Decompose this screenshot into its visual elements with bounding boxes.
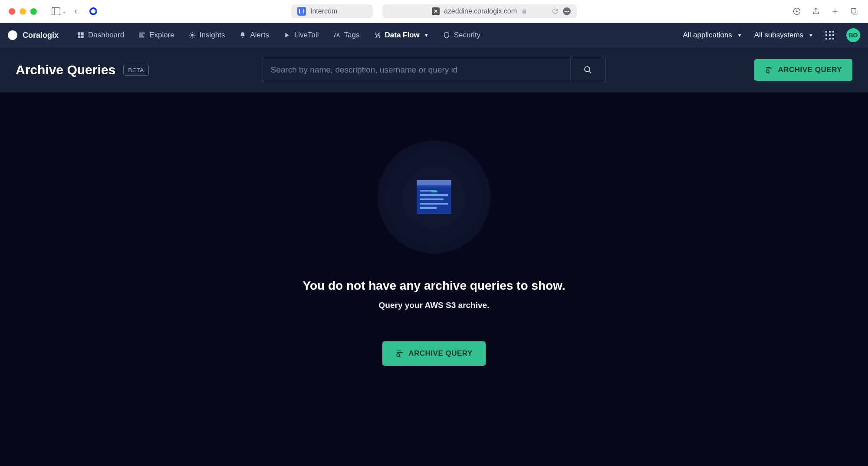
new-tab-icon[interactable]: [831, 7, 839, 16]
svg-rect-9: [139, 35, 143, 36]
dropdown-label: All applications: [683, 31, 732, 40]
window-controls: [9, 8, 37, 15]
browser-tab-intercom[interactable]: Intercom: [291, 4, 373, 18]
downloads-icon[interactable]: [792, 7, 801, 16]
nav-label: Tags: [344, 31, 360, 40]
address-bar[interactable]: ✕ azeddine.coralogix.com •••: [382, 4, 577, 18]
svg-rect-6: [78, 36, 80, 38]
svg-rect-0: [52, 8, 60, 15]
svg-rect-10: [139, 36, 144, 37]
caret-down-icon: ▼: [424, 33, 429, 38]
tags-icon: [333, 31, 341, 39]
nav-alerts[interactable]: Alerts: [239, 31, 269, 40]
shield-icon: [443, 31, 450, 39]
svg-line-19: [194, 33, 195, 34]
nav-security[interactable]: Security: [443, 31, 480, 40]
caret-down-icon: ▼: [737, 33, 742, 38]
chevron-down-icon: ⌄: [62, 8, 66, 14]
svg-rect-7: [81, 36, 84, 38]
url-text: azeddine.coralogix.com: [444, 7, 517, 15]
search-input[interactable]: [263, 58, 570, 82]
nav-label: Insights: [200, 31, 225, 40]
nav-dataflow[interactable]: Data Flow ▼: [374, 31, 429, 40]
empty-state-title: You do not have any archive queries to s…: [302, 279, 565, 293]
maximize-window-button[interactable]: [30, 8, 37, 15]
empty-state-cta-button[interactable]: ARCHIVE QUERY: [382, 341, 486, 366]
dropdown-label: All subsystems: [754, 31, 803, 40]
archive-icon: [395, 349, 404, 358]
back-button[interactable]: ‹: [74, 6, 77, 17]
svg-rect-4: [78, 32, 80, 35]
svg-rect-8: [139, 33, 145, 33]
minimize-window-button[interactable]: [20, 8, 26, 15]
nav-label: Security: [454, 31, 480, 40]
nav-label: Dashboard: [88, 31, 124, 40]
all-subsystems-dropdown[interactable]: All subsystems ▼: [754, 31, 813, 40]
bell-icon: [239, 31, 247, 39]
page-title: Archive Queries: [16, 63, 115, 77]
nav-dashboard[interactable]: Dashboard: [77, 31, 124, 40]
svg-rect-3: [851, 8, 856, 13]
nav-explore[interactable]: Explore: [138, 31, 174, 40]
svg-line-17: [194, 37, 195, 38]
brand-mark-icon: [8, 30, 17, 40]
caret-down-icon: ▼: [809, 33, 813, 38]
archive-icon: [765, 66, 773, 74]
svg-line-18: [190, 37, 191, 38]
svg-point-11: [191, 34, 194, 36]
sidebar-toggle-button[interactable]: ⌄: [52, 7, 66, 15]
document-icon: [417, 180, 451, 214]
nav-tags[interactable]: Tags: [333, 31, 360, 40]
svg-point-20: [766, 70, 769, 73]
main-content: You do not have any archive queries to s…: [0, 93, 868, 466]
tabs-overview-icon[interactable]: [850, 7, 858, 16]
button-label: ARCHIVE QUERY: [778, 66, 842, 74]
site-favicon: [89, 7, 97, 15]
page-actions-icon[interactable]: •••: [563, 7, 571, 15]
brand-logo[interactable]: Coralogix: [8, 30, 59, 40]
svg-rect-5: [81, 32, 84, 35]
insights-icon: [188, 31, 196, 39]
site-shield-icon: ✕: [432, 7, 440, 15]
nav-insights[interactable]: Insights: [188, 31, 225, 40]
empty-state-illustration: [378, 141, 490, 254]
share-icon[interactable]: [812, 7, 820, 16]
play-icon: [283, 31, 291, 39]
app-top-nav: Coralogix Dashboard Explore Insights Ale…: [0, 23, 868, 47]
archive-query-button[interactable]: ARCHIVE QUERY: [754, 59, 852, 81]
reload-icon[interactable]: [552, 8, 559, 15]
app-switcher-icon[interactable]: [825, 31, 834, 40]
dataflow-icon: [374, 31, 381, 39]
beta-badge: BETA: [123, 65, 149, 76]
all-applications-dropdown[interactable]: All applications ▼: [683, 31, 742, 40]
empty-state-subtitle: Query your AWS S3 archive.: [379, 301, 490, 310]
close-window-button[interactable]: [9, 8, 15, 15]
intercom-icon: [297, 7, 306, 16]
search-button[interactable]: [570, 58, 606, 82]
avatar-initials: BO: [849, 32, 858, 39]
svg-line-16: [190, 33, 191, 34]
dashboard-icon: [77, 31, 85, 39]
nav-label: LiveTail: [294, 31, 319, 40]
button-label: ARCHIVE QUERY: [408, 349, 473, 358]
nav-label: Alerts: [250, 31, 269, 40]
search-icon: [584, 66, 592, 74]
user-avatar[interactable]: BO: [846, 28, 860, 42]
tab-label: Intercom: [310, 7, 337, 15]
svg-point-21: [397, 354, 400, 357]
brand-name: Coralogix: [23, 31, 59, 40]
page-subheader: Archive Queries BETA ARCHIVE QUERY: [0, 47, 868, 93]
nav-livetail[interactable]: LiveTail: [283, 31, 319, 40]
explore-icon: [138, 31, 146, 39]
browser-chrome: ⌄ ‹ Intercom ✕ azeddine.coralogix.com ••…: [0, 0, 868, 23]
lock-icon: [521, 8, 527, 14]
nav-label: Explore: [149, 31, 174, 40]
nav-label: Data Flow: [385, 31, 420, 40]
